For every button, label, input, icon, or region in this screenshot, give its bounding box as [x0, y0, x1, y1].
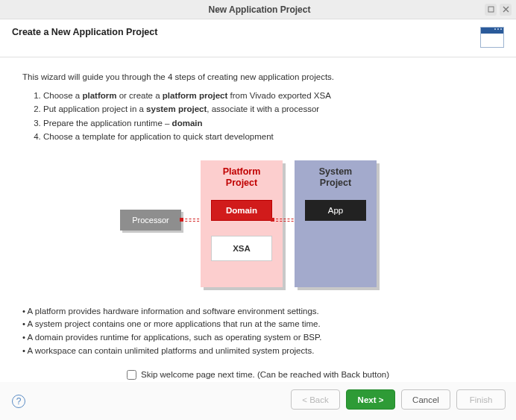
intro-text: This wizard will guide you through the 4… [22, 72, 494, 81]
system-project-box: System Project App [295, 160, 377, 287]
bullet-workspace: • A workspace can contain unlimited plat… [22, 345, 494, 358]
wizard-footer: ? < Back Next > Cancel Finish [0, 382, 516, 420]
app-box: App [305, 200, 366, 221]
page-title: Create a New Application Project [12, 27, 157, 37]
connector-end [271, 218, 274, 222]
step-2: Put application project in a system proj… [43, 102, 494, 116]
system-project-label: System Project [295, 160, 377, 194]
processor-box: Processor [120, 210, 181, 231]
skip-welcome-checkbox[interactable] [127, 370, 136, 380]
next-button[interactable]: Next > [346, 389, 395, 410]
info-bullets: • A platform provides hardware informati… [22, 305, 494, 358]
wizard-icon [480, 27, 504, 48]
xsa-box: XSA [211, 236, 272, 261]
finish-button: Finish [456, 389, 506, 410]
wizard-content: This wizard will guide you through the 4… [0, 57, 516, 393]
bullet-domain: • A domain provides runtime for applicat… [22, 331, 494, 345]
bullet-system: • A system project contains one or more … [22, 318, 494, 331]
wizard-header: Create a New Application Project [0, 19, 516, 57]
step-1: Choose a platform or create a platform p… [43, 89, 494, 102]
window-title: New Application Project [34, 4, 485, 15]
architecture-diagram: Processor Platform Project Domain XSA Sy… [120, 156, 396, 290]
domain-box: Domain [211, 200, 272, 221]
skip-welcome-label[interactable]: Skip welcome page next time. (Can be rea… [141, 370, 389, 379]
step-4: Choose a template for application to qui… [43, 130, 494, 143]
titlebar: New Application Project [0, 0, 516, 19]
connector-end [180, 218, 183, 222]
steps-list: Choose a platform or create a platform p… [22, 89, 494, 144]
svg-rect-0 [488, 7, 494, 12]
minimize-icon[interactable] [485, 4, 497, 16]
help-icon[interactable]: ? [12, 395, 25, 408]
cancel-button[interactable]: Cancel [401, 389, 450, 410]
back-button: < Back [291, 389, 340, 410]
close-icon[interactable] [500, 4, 512, 16]
platform-project-box: Platform Project Domain XSA [201, 160, 283, 287]
step-3: Prepare the application runtime – domain [43, 116, 494, 130]
skip-welcome-row: Skip welcome page next time. (Can be rea… [22, 370, 494, 380]
platform-project-label: Platform Project [201, 160, 283, 194]
bullet-platform: • A platform provides hardware informati… [22, 305, 494, 319]
